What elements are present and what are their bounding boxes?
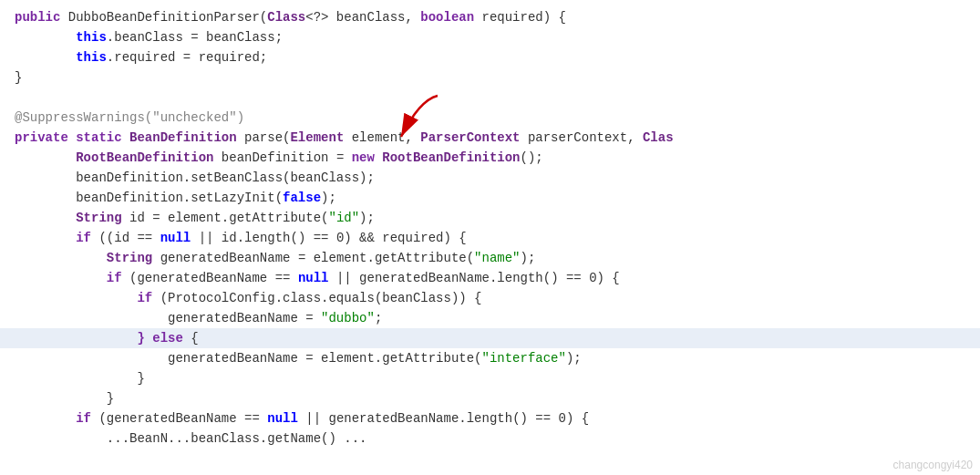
code-line: } else { [0, 328, 980, 348]
code-line-content: public DubboBeanDefinitionParser(Class<?… [0, 10, 980, 25]
code-line-content: String id = element.getAttribute("id"); [0, 211, 980, 225]
code-line [0, 88, 980, 108]
code-line-content: generatedBeanName = element.getAttribute… [0, 351, 980, 366]
code-line: if (generatedBeanName == null || generat… [0, 268, 980, 288]
code-line: RootBeanDefinition beanDefinition = new … [0, 148, 980, 168]
code-line-content: beanDefinition.setBeanClass(beanClass); [0, 170, 980, 185]
code-line: } [0, 388, 980, 408]
code-line-content: this.required = required; [0, 50, 980, 65]
code-line-content: generatedBeanName = "dubbo"; [0, 311, 980, 325]
code-line-content: if ((id == null || id.length() == 0) && … [0, 231, 980, 245]
code-line: generatedBeanName = element.getAttribute… [0, 348, 980, 368]
code-line-content: } [0, 371, 980, 386]
code-line: if (generatedBeanName == null || generat… [0, 408, 980, 429]
code-line-content: String generatedBeanName = element.getAt… [0, 251, 980, 265]
code-line: beanDefinition.setBeanClass(beanClass); [0, 168, 980, 188]
code-line-content: } else { [0, 331, 980, 346]
code-line-content: @SuppressWarnings("unchecked") [0, 110, 980, 125]
code-line: beanDefinition.setLazyInit(false); [0, 188, 980, 208]
code-line-content: } [0, 70, 980, 85]
watermark: changcongyi420 [886, 455, 980, 475]
code-line: } [0, 368, 980, 388]
code-line-content: if (generatedBeanName == null || generat… [0, 411, 980, 426]
code-line-content: this.beanClass = beanClass; [0, 30, 980, 45]
code-line: String generatedBeanName = element.getAt… [0, 248, 980, 268]
code-line: this.required = required; [0, 47, 980, 67]
code-line-content: ...BeanN...beanClass.getName() ... [0, 431, 980, 446]
code-line-content: beanDefinition.setLazyInit(false); [0, 191, 980, 205]
code-lines: public DubboBeanDefinitionParser(Class<?… [0, 7, 980, 449]
code-line: private static BeanDefinition parse(Elem… [0, 128, 980, 148]
code-line-content: if (generatedBeanName == null || generat… [0, 271, 980, 285]
code-line-content: private static BeanDefinition parse(Elem… [0, 130, 980, 145]
code-line: ...BeanN...beanClass.getName() ... [0, 429, 980, 449]
code-line: String id = element.getAttribute("id"); [0, 208, 980, 228]
code-line: if ((id == null || id.length() == 0) && … [0, 228, 980, 248]
code-line: @SuppressWarnings("unchecked") [0, 108, 980, 128]
code-line: this.beanClass = beanClass; [0, 27, 980, 47]
code-line: generatedBeanName = "dubbo"; [0, 308, 980, 328]
code-line: if (ProtocolConfig.class.equals(beanClas… [0, 288, 980, 308]
code-line-content: RootBeanDefinition beanDefinition = new … [0, 150, 980, 165]
code-line: } [0, 67, 980, 88]
code-container: public DubboBeanDefinitionParser(Class<?… [0, 0, 980, 475]
code-line: public DubboBeanDefinitionParser(Class<?… [0, 7, 980, 27]
code-line-content: if (ProtocolConfig.class.equals(beanClas… [0, 291, 980, 305]
code-line-content: } [0, 391, 980, 406]
